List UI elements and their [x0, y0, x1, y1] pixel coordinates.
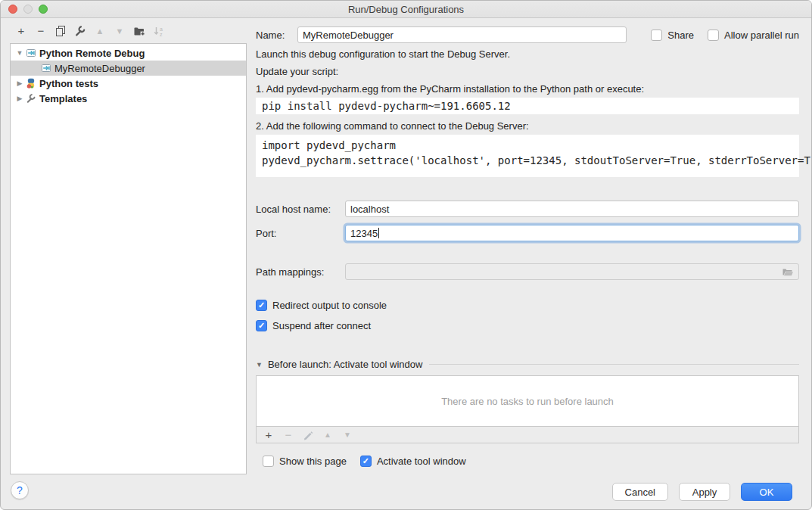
triangle-down-icon: ▼: [116, 25, 124, 37]
port-label: Port:: [256, 228, 345, 239]
window-title: Run/Debug Configurations: [348, 4, 464, 15]
sort-configurations-button[interactable]: a z: [153, 25, 165, 37]
copy-configuration-button[interactable]: [54, 25, 67, 37]
activate-tool-window-checkbox[interactable]: ✓ Activate tool window: [360, 456, 466, 467]
checkbox-unchecked-icon: [651, 30, 662, 41]
configurations-tree: ▼ Python Remote Debug: [10, 43, 247, 474]
tree-item-label: Templates: [39, 93, 87, 104]
share-checkbox-label: Share: [667, 30, 694, 41]
instruction-step-1: 1. Add pydevd-pycharm.egg from the PyCha…: [256, 83, 799, 95]
instruction-line-2: Update your script:: [256, 66, 799, 78]
run-config-icon: [41, 63, 51, 73]
tree-item-templates[interactable]: ▶ Templates: [11, 91, 246, 106]
tree-item-label: MyRemoteDebugger: [54, 63, 145, 74]
svg-text:a: a: [160, 26, 163, 31]
sort-az-icon: a z: [153, 25, 165, 37]
help-icon: ?: [17, 484, 23, 496]
allow-parallel-run-label: Allow parallel run: [724, 30, 799, 41]
titlebar: Run/Debug Configurations: [1, 1, 811, 18]
suspend-after-connect-checkbox[interactable]: ✓ Suspend after connect: [256, 320, 371, 331]
text-caret: [378, 228, 379, 238]
before-launch-title: Before launch: Activate tool window: [268, 359, 423, 370]
add-task-button[interactable]: +: [263, 429, 275, 441]
checkbox-checked-icon: ✓: [256, 300, 267, 311]
move-task-down-button[interactable]: ▼: [341, 429, 353, 441]
activate-tool-window-label: Activate tool window: [377, 456, 466, 467]
minus-icon: −: [285, 429, 292, 441]
settrace-code-block: import pydevd_pycharm pydevd_pycharm.set…: [256, 135, 799, 177]
chevron-down-icon[interactable]: ▼: [256, 361, 263, 369]
share-checkbox[interactable]: Share: [651, 30, 694, 41]
local-host-name-input[interactable]: [345, 201, 799, 217]
triangle-up-icon: ▲: [324, 429, 331, 441]
minimize-window-button[interactable]: [23, 5, 33, 14]
section-divider: [429, 364, 799, 365]
run-config-icon: [26, 48, 36, 58]
configurations-toolbar: + − ▲ ▼: [1, 18, 256, 43]
tree-item-python-remote-debug[interactable]: ▼ Python Remote Debug: [11, 45, 246, 61]
tree-item-label: Python Remote Debug: [39, 48, 145, 59]
before-launch-task-list: There are no tasks to run before launch …: [256, 375, 799, 443]
run-debug-configurations-dialog: Run/Debug Configurations + −: [0, 0, 812, 510]
edit-task-button[interactable]: [302, 429, 314, 441]
settrace-code-line-2: pydevd_pycharm.settrace('localhost', por…: [262, 153, 793, 168]
redirect-output-label: Redirect output to console: [272, 300, 387, 311]
settrace-code-line-1: import pydevd_pycharm: [262, 138, 793, 153]
remove-task-button[interactable]: −: [282, 429, 294, 441]
cancel-button[interactable]: Cancel: [612, 483, 668, 501]
allow-parallel-run-checkbox[interactable]: Allow parallel run: [708, 30, 799, 41]
python-tests-icon: [26, 78, 36, 89]
before-launch-toolbar: + − ▲ ▼: [257, 426, 798, 443]
edit-templates-button[interactable]: [74, 25, 86, 37]
window-controls: [8, 5, 48, 14]
tree-item-myremotedebugger[interactable]: MyRemoteDebugger: [11, 61, 246, 76]
dialog-footer: ? Cancel Apply OK: [1, 474, 811, 509]
move-up-button[interactable]: ▲: [94, 25, 106, 37]
plus-icon: +: [18, 25, 25, 37]
add-configuration-button[interactable]: +: [15, 25, 27, 37]
copy-icon: [54, 25, 67, 37]
name-label: Name:: [256, 30, 297, 41]
wrench-icon: [74, 25, 86, 37]
triangle-up-icon: ▲: [96, 25, 104, 37]
ok-button[interactable]: OK: [741, 483, 792, 501]
chevron-right-icon[interactable]: ▶: [14, 79, 26, 87]
redirect-output-checkbox[interactable]: ✓ Redirect output to console: [256, 300, 387, 311]
configuration-settings-panel: Name: Share Allow parallel run Launch th…: [256, 18, 811, 474]
checkbox-checked-icon: ✓: [360, 456, 372, 467]
before-launch-section-header[interactable]: ▼ Before launch: Activate tool window: [256, 359, 799, 370]
pip-install-code: pip install pydevd-pycharm~=191.6605.12: [256, 98, 799, 114]
tree-item-label: Python tests: [39, 78, 98, 89]
new-folder-button[interactable]: [133, 25, 145, 37]
zoom-window-button[interactable]: [39, 5, 48, 14]
show-this-page-checkbox[interactable]: Show this page: [263, 456, 347, 467]
instruction-step-2: 2. Add the following command to connect …: [256, 120, 799, 132]
folder-add-icon: [133, 25, 145, 37]
apply-button[interactable]: Apply: [679, 483, 730, 501]
instruction-line-1: Launch this debug configuration to start…: [256, 48, 799, 61]
svg-text:z: z: [160, 31, 163, 36]
close-window-button[interactable]: [8, 5, 17, 14]
triangle-down-icon: ▼: [344, 429, 351, 441]
minus-icon: −: [38, 25, 45, 37]
move-task-up-button[interactable]: ▲: [322, 429, 334, 441]
plus-icon: +: [266, 429, 272, 441]
path-mappings-input[interactable]: [345, 263, 799, 280]
remove-configuration-button[interactable]: −: [35, 25, 47, 37]
show-this-page-label: Show this page: [279, 456, 347, 467]
templates-wrench-icon: [26, 93, 36, 104]
help-button[interactable]: ?: [11, 481, 29, 499]
open-folder-icon[interactable]: [782, 266, 794, 277]
name-input[interactable]: [297, 26, 627, 43]
configurations-sidebar: + − ▲ ▼: [1, 18, 256, 474]
move-down-button[interactable]: ▼: [114, 25, 126, 37]
port-input[interactable]: 12345: [345, 225, 799, 241]
chevron-right-icon[interactable]: ▶: [14, 95, 26, 102]
empty-task-list-message: There are no tasks to run before launch: [257, 376, 798, 426]
local-host-name-label: Local host name:: [256, 204, 345, 215]
chevron-down-icon[interactable]: ▼: [14, 49, 26, 57]
checkbox-unchecked-icon: [708, 30, 719, 41]
tree-item-python-tests[interactable]: ▶ Python tests: [11, 76, 246, 91]
checkbox-checked-icon: ✓: [256, 320, 267, 331]
checkbox-unchecked-icon: [263, 456, 274, 467]
